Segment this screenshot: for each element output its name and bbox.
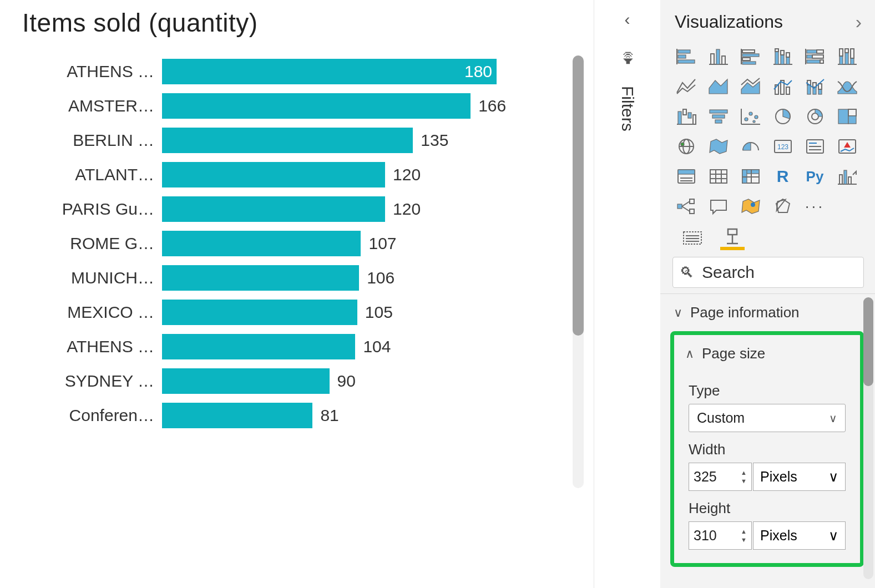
svg-text:123: 123: [777, 143, 788, 151]
speaker-icon[interactable]: 🔊︎: [619, 50, 636, 65]
bar-value-label: 90: [337, 372, 356, 391]
bar[interactable]: [162, 93, 471, 119]
r-visual-icon[interactable]: R: [769, 165, 796, 188]
scatter-chart-icon[interactable]: [737, 105, 764, 128]
height-input[interactable]: 310 ▲▼: [689, 521, 752, 550]
bar[interactable]: [162, 403, 312, 428]
bar-value-label: 180: [464, 62, 492, 81]
page-information-header[interactable]: ∨ Page information: [660, 294, 875, 331]
chart-title: Items sold (quantity): [22, 8, 583, 38]
line-stacked-column-chart-icon[interactable]: [801, 75, 828, 98]
qna-icon[interactable]: [705, 195, 732, 218]
report-canvas: Items sold (quantity) ATHENS …180AMSTER……: [0, 0, 594, 588]
width-unit-select[interactable]: Pixels ∨: [753, 463, 846, 491]
svg-rect-64: [848, 116, 856, 124]
svg-rect-48: [688, 113, 691, 118]
bar-row: SYDNEY …90: [22, 368, 549, 394]
donut-chart-icon[interactable]: [801, 105, 828, 128]
format-search-box[interactable]: 🔍︎ Search: [672, 257, 864, 288]
bar-value-label: 135: [421, 131, 448, 150]
python-visual-icon[interactable]: Py: [801, 165, 828, 188]
page-size-fields: Type Custom ∨ Width 325 ▲▼ Pixels ∨ Heig…: [674, 372, 860, 550]
slicer-icon[interactable]: [672, 165, 700, 188]
bar[interactable]: [162, 265, 359, 291]
bar[interactable]: [162, 368, 330, 394]
format-tabs: [660, 218, 875, 256]
bar-category-label: ROME G…: [22, 234, 162, 253]
bar[interactable]: [162, 196, 385, 222]
svg-point-100: [751, 202, 755, 207]
svg-rect-17: [781, 50, 784, 55]
r-label: R: [777, 167, 789, 186]
svg-rect-11: [742, 58, 750, 60]
bar-category-label: ATHENS …: [22, 337, 162, 356]
bar[interactable]: [162, 231, 361, 256]
bar-category-label: ATLANT…: [22, 165, 162, 184]
waterfall-chart-icon[interactable]: [672, 105, 700, 128]
page-size-header[interactable]: ∧ Page size: [674, 335, 860, 372]
stacked-column-chart-icon[interactable]: [769, 45, 796, 68]
pie-chart-icon[interactable]: [769, 105, 796, 128]
format-pane-scrollbar[interactable]: [863, 297, 873, 579]
format-tab[interactable]: [720, 226, 745, 250]
clustered-column-chart-icon[interactable]: [705, 45, 732, 68]
bar[interactable]: [162, 300, 357, 325]
line-chart-icon[interactable]: [672, 75, 700, 98]
treemap-chart-icon[interactable]: [833, 105, 861, 128]
svg-rect-43: [818, 89, 822, 94]
height-label: Height: [689, 500, 846, 517]
decomposition-tree-icon[interactable]: [672, 195, 700, 218]
kpi-icon[interactable]: [833, 135, 861, 158]
width-input[interactable]: 325 ▲▼: [689, 463, 752, 491]
svg-point-56: [749, 112, 752, 115]
svg-rect-50: [710, 110, 727, 113]
stacked-area-chart-icon[interactable]: [737, 75, 764, 98]
svg-rect-95: [677, 204, 682, 209]
height-unit-select[interactable]: Pixels ∨: [753, 521, 846, 550]
bar-row: ROME G…107: [22, 231, 549, 256]
100-stacked-bar-chart-icon[interactable]: [801, 45, 828, 68]
bar[interactable]: [162, 162, 385, 187]
height-spinner[interactable]: ▲▼: [741, 529, 747, 543]
svg-rect-19: [786, 53, 790, 57]
arcgis-map-icon[interactable]: [737, 195, 764, 218]
100-stacked-column-chart-icon[interactable]: [833, 45, 861, 68]
ribbon-chart-icon[interactable]: [833, 75, 861, 98]
gauge-icon[interactable]: [737, 135, 764, 158]
chart-scrollbar[interactable]: [573, 55, 584, 488]
card-icon[interactable]: 123: [769, 135, 796, 158]
bar-row: MUNICH…106: [22, 265, 549, 291]
width-spinner[interactable]: ▲▼: [741, 470, 747, 484]
table-icon[interactable]: [705, 165, 732, 188]
type-select[interactable]: Custom ∨: [689, 404, 846, 432]
bar[interactable]: 180: [162, 59, 497, 84]
stacked-bar-chart-icon[interactable]: [672, 45, 700, 68]
filled-map-icon[interactable]: [705, 135, 732, 158]
bar-row: ATLANT…120: [22, 162, 549, 187]
expand-chevron-right-icon[interactable]: ›: [856, 11, 862, 33]
type-value: Custom: [697, 410, 745, 426]
format-pane-scrollbar-thumb[interactable]: [863, 297, 873, 386]
collapse-chevron-left-icon[interactable]: ‹: [625, 10, 630, 29]
funnel-chart-icon[interactable]: [705, 105, 732, 128]
bar[interactable]: [162, 334, 355, 359]
bar-row: ATHENS …104: [22, 334, 549, 359]
key-influencers-icon[interactable]: [833, 165, 861, 188]
svg-rect-33: [851, 49, 854, 58]
more-visuals-icon[interactable]: ···: [801, 195, 828, 218]
line-clustered-column-chart-icon[interactable]: [769, 75, 796, 98]
chart-scrollbar-thumb[interactable]: [573, 55, 584, 336]
chevron-up-icon: ∧: [685, 347, 694, 361]
bar[interactable]: [162, 128, 413, 153]
filters-label[interactable]: Filters: [618, 86, 637, 131]
multi-row-card-icon[interactable]: [801, 135, 828, 158]
bar-value-label: 104: [363, 337, 391, 356]
fields-tab[interactable]: [680, 226, 705, 250]
svg-rect-30: [845, 53, 848, 64]
clustered-bar-chart-icon[interactable]: [737, 45, 764, 68]
matrix-icon[interactable]: [737, 165, 764, 188]
area-chart-icon[interactable]: [705, 75, 732, 98]
map-icon[interactable]: [672, 135, 700, 158]
svg-rect-2: [678, 55, 686, 58]
shape-map-icon[interactable]: [769, 195, 796, 218]
